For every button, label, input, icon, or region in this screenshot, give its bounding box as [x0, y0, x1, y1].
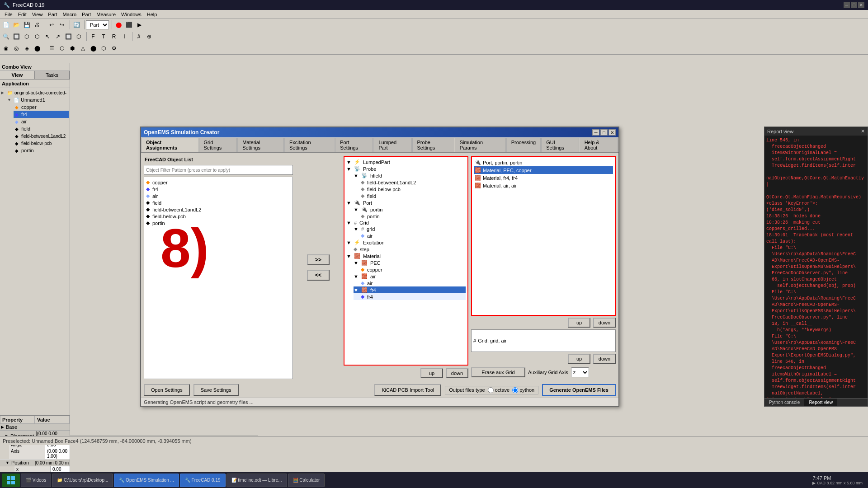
taskbar-openems[interactable]: 🔧 OpenEMS Simulation ... — [114, 474, 179, 487]
stop-button[interactable]: ⬤ — [113, 20, 123, 30]
tab-tasks[interactable]: Tasks — [35, 71, 70, 79]
down-button-right[interactable]: down — [593, 318, 616, 328]
dialog-minimize-button[interactable]: ─ — [592, 129, 599, 136]
tree-item-unnamed1[interactable]: ▼ 📄 Unnamed1 — [7, 96, 69, 103]
tree-item-field[interactable]: ◆ field — [14, 125, 69, 132]
rt-step[interactable]: ◆ step — [354, 246, 466, 253]
up-button-right[interactable]: up — [568, 318, 590, 328]
up-button-right2[interactable]: up — [568, 354, 590, 364]
rt-air-grid[interactable]: ◆ air — [361, 232, 466, 239]
output-python-radio[interactable] — [512, 387, 518, 393]
rt-pec[interactable]: ▼ 🧱 PEC — [354, 259, 466, 266]
far-right-top[interactable]: 🔌 Port, portin, portin 🧱 Material, PEC, … — [471, 156, 616, 316]
rt-hfield[interactable]: ▼ 📡 hfield — [354, 172, 466, 179]
minimize-button[interactable]: ─ — [844, 2, 850, 8]
workbench-dropdown[interactable]: Part — [86, 20, 109, 29]
tb-view-right[interactable]: R — [109, 32, 119, 42]
tree-item-air[interactable]: ◆ air — [14, 118, 69, 125]
filter-input[interactable] — [146, 168, 291, 173]
tb-r2-5[interactable]: ↖ — [42, 32, 52, 42]
tb-r3-5[interactable]: ☰ — [47, 43, 57, 53]
tb-r3-1[interactable]: ◉ — [1, 43, 11, 53]
tb-snap[interactable]: ⊕ — [144, 32, 154, 42]
tb-r3-11[interactable]: ⚙ — [109, 43, 119, 53]
tb-grid[interactable]: # — [134, 32, 144, 42]
tab-material-settings[interactable]: Material Settings — [237, 138, 284, 152]
save-button[interactable]: 💾 — [22, 20, 32, 30]
tb-r3-6[interactable]: ⬡ — [57, 43, 67, 53]
output-octave-radio[interactable] — [488, 387, 494, 393]
maximize-button[interactable]: □ — [851, 2, 857, 8]
down-button-right2[interactable]: down — [593, 354, 616, 364]
rt-fr4-child[interactable]: ◆ fr4 — [361, 293, 466, 300]
tb-view-iso[interactable]: I — [119, 32, 129, 42]
rt-portin[interactable]: ▼ 🔌 portin — [354, 206, 466, 213]
tab-lumped-part[interactable]: Lumped Part — [373, 138, 411, 152]
tb-btn-6[interactable]: ▶ — [134, 20, 144, 30]
rt-field-between[interactable]: ◆ field-betweenL1andL2 — [361, 179, 466, 186]
tree-item-field-below[interactable]: ◆ field-below-pcb — [14, 140, 69, 147]
menu-macro[interactable]: Macro — [60, 11, 80, 18]
tab-processing[interactable]: Processing — [506, 138, 541, 152]
tb-r2-6[interactable]: ↗ — [53, 32, 63, 42]
prop-group-position[interactable]: ▼ Position [0.00 mm 0.00 m — [0, 460, 70, 466]
tree-item-fr4[interactable]: ◆ fr4 — [14, 111, 69, 118]
python-console-tab[interactable]: Python console — [764, 399, 804, 406]
assignment-tree[interactable]: ▼ ⚡ LumpedPart ▼ 📡 Probe — [344, 156, 468, 366]
undo-button[interactable]: ↩ — [47, 20, 57, 30]
rt-air-child[interactable]: ◆ air — [361, 280, 466, 286]
menu-part[interactable]: Part — [45, 11, 60, 18]
kicad-import-button[interactable]: KiCAD PCB Import Tool — [374, 384, 441, 396]
rt-probe[interactable]: ▼ 📡 Probe — [346, 165, 466, 172]
redo-button[interactable]: ↪ — [57, 20, 67, 30]
rt-material[interactable]: ▼ 🧱 Material — [346, 253, 466, 259]
rt-grid[interactable]: ▼ # Grid — [346, 220, 466, 226]
tree-item-root[interactable]: ▶ 📁 original-but-drc-corrected- — [1, 89, 69, 96]
start-button[interactable] — [2, 474, 20, 487]
title-bar-controls[interactable]: ─ □ ✕ — [844, 2, 864, 8]
taskbar-libreoffice[interactable]: 📝 timeline.odt — Libre... — [226, 474, 287, 487]
menu-file[interactable]: File — [2, 11, 15, 18]
rt-field-below[interactable]: ◆ field-below-pcb — [361, 186, 466, 192]
rt-port[interactable]: ▼ 🔌 Port — [346, 199, 466, 206]
tree-item-field-between[interactable]: ◆ field-betweenL1andL2 — [14, 132, 69, 140]
tb-r2-4[interactable]: ⬡ — [32, 32, 42, 42]
dialog-close-button[interactable]: ✕ — [609, 129, 616, 136]
far-rt-material-air[interactable]: 🧱 Material, air, air — [474, 182, 613, 189]
lt-air[interactable]: ◆ air — [146, 192, 291, 199]
rt-portin-child[interactable]: ◆ portin — [361, 213, 466, 220]
tb-r2-3[interactable]: ⬡ — [22, 32, 32, 42]
back-button[interactable]: << — [307, 270, 330, 281]
taskbar-calculator[interactable]: 🧮 Calculator — [288, 474, 325, 487]
tab-object-assignments[interactable]: Object Assignments — [141, 138, 198, 152]
tab-port-settings[interactable]: Port Settings — [335, 138, 373, 152]
refresh-button[interactable]: 🔄 — [71, 20, 81, 30]
far-rt-material-fr4[interactable]: 🧱 Material, fr4, fr4 — [474, 174, 613, 182]
rt-copper[interactable]: ◆ copper — [361, 266, 466, 273]
tb-r2-7[interactable]: 🔲 — [63, 32, 73, 42]
tab-simulation-params[interactable]: Simulation Params — [455, 138, 506, 152]
save-settings-button[interactable]: Save Settings — [193, 384, 239, 396]
far-rt-port[interactable]: 🔌 Port, portin, portin — [474, 159, 613, 166]
tb-r3-8[interactable]: △ — [78, 43, 88, 53]
menu-help[interactable]: Help — [144, 11, 160, 18]
dialog-maximize-button[interactable]: □ — [600, 129, 608, 136]
menu-measure[interactable]: Measure — [94, 11, 118, 18]
tab-grid-settings[interactable]: Grid Settings — [199, 138, 237, 152]
menu-view[interactable]: View — [29, 11, 46, 18]
open-settings-button[interactable]: Open Settings — [144, 384, 190, 396]
up-button-1[interactable]: up — [420, 368, 443, 378]
tb-r3-3[interactable]: ◈ — [22, 43, 32, 53]
tb-r3-10[interactable]: ⬡ — [99, 43, 108, 53]
rt-field[interactable]: ◆ field — [361, 192, 466, 199]
lt-field-between[interactable]: ◆ field-betweenL1andL2 — [146, 206, 291, 213]
rt-air-mat[interactable]: ▼ 🧱 air — [354, 273, 466, 280]
tree-item-portin[interactable]: ◆ portin — [14, 147, 69, 154]
taskbar-videos[interactable]: 🎬 Videos — [21, 474, 51, 487]
tab-probe-settings[interactable]: Probe Settings — [412, 138, 454, 152]
report-close-button[interactable]: ✕ — [861, 128, 865, 134]
lt-field[interactable]: ◆ field — [146, 199, 291, 206]
tb-view-top[interactable]: T — [99, 32, 108, 42]
output-octave-label[interactable]: octave — [488, 387, 509, 393]
rt-lumpedpart[interactable]: ▼ ⚡ LumpedPart — [346, 159, 466, 165]
